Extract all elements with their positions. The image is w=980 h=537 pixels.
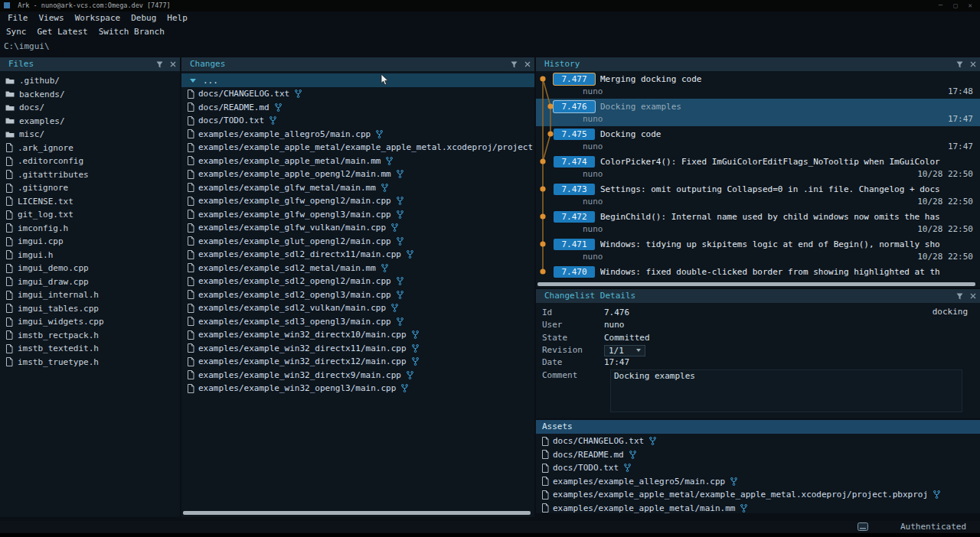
file-tree-item[interactable]: imstb_textedit.h bbox=[0, 342, 180, 356]
changed-file-row[interactable]: examples/example_sdl3_opengl3/main.cpp bbox=[181, 315, 534, 329]
menu-views[interactable]: Views bbox=[39, 13, 64, 23]
collapse-arrow-icon[interactable] bbox=[190, 79, 196, 83]
changed-file-row[interactable]: examples/example_apple_metal/main.mm bbox=[181, 155, 534, 168]
changes-root-row[interactable]: ... bbox=[181, 73, 534, 87]
file-tree-item[interactable]: docs/ bbox=[0, 101, 180, 115]
changeset-row[interactable]: 7.472BeginChild(): Internal name used by… bbox=[536, 209, 980, 236]
horizontal-scrollbar[interactable] bbox=[537, 282, 975, 286]
horizontal-scrollbar[interactable] bbox=[183, 511, 531, 515]
file-tree-item[interactable]: imstb_truetype.h bbox=[0, 356, 180, 369]
filter-icon[interactable] bbox=[956, 61, 963, 68]
menu-debug[interactable]: Debug bbox=[131, 13, 156, 23]
changed-file-row[interactable]: docs/CHANGELOG.txt bbox=[181, 87, 534, 101]
file-tree-item[interactable]: imgui_demo.cpp bbox=[0, 262, 180, 275]
asset-row[interactable]: examples/example_allegro5/main.cpp bbox=[536, 475, 980, 489]
changed-file-row[interactable]: examples/example_sdl2_metal/main.mm bbox=[181, 262, 534, 275]
changed-file-row[interactable]: examples/example_sdl2_opengl3/main.cpp bbox=[181, 288, 534, 302]
asset-row[interactable]: examples/example_apple_metal/main.mm bbox=[536, 502, 980, 514]
toolbar-get-latest[interactable]: Get Latest bbox=[38, 27, 88, 37]
file-tree-item[interactable]: .ark_ignore bbox=[0, 142, 180, 155]
file-tree-item[interactable]: .editorconfig bbox=[0, 155, 180, 168]
minimize-icon[interactable]: ─ bbox=[939, 0, 942, 11]
changed-file-row[interactable]: examples/example_sdl2_opengl2/main.cpp bbox=[181, 275, 534, 288]
changed-file-row[interactable]: docs/TODO.txt bbox=[181, 114, 534, 128]
file-tree-item[interactable]: .gitignore bbox=[0, 181, 180, 195]
changed-file-row[interactable]: examples/example_glfw_vulkan/main.cpp bbox=[181, 221, 534, 235]
file-tree-item[interactable]: .github/ bbox=[0, 74, 180, 88]
filter-icon[interactable] bbox=[956, 293, 963, 300]
filter-icon[interactable] bbox=[511, 61, 518, 68]
file-name: imgui_demo.cpp bbox=[18, 263, 89, 273]
changed-file-row[interactable]: examples/example_apple_opengl2/main.mm bbox=[181, 168, 534, 181]
file-tree-item[interactable]: git_log.txt bbox=[0, 208, 180, 222]
revision-dropdown[interactable]: 1/1 bbox=[604, 345, 645, 356]
changed-file-row[interactable]: examples/example_win32_directx12/main.cp… bbox=[181, 355, 534, 369]
file-tree-item[interactable]: imgui.h bbox=[0, 249, 180, 262]
changeset-row[interactable]: 7.471Windows: tidying up skipitems logic… bbox=[536, 236, 980, 264]
file-tree-item[interactable]: imgui.cpp bbox=[0, 235, 180, 249]
branch-fork-icon bbox=[407, 250, 413, 259]
file-tree-item[interactable]: examples/ bbox=[0, 115, 180, 129]
file-tree-item[interactable]: imgui_draw.cpp bbox=[0, 275, 180, 289]
branch-fork-icon bbox=[397, 317, 403, 326]
file-tree-item[interactable]: imconfig.h bbox=[0, 222, 180, 236]
changed-file-row[interactable]: examples/example_allegro5/main.cpp bbox=[181, 128, 534, 142]
menu-workspace[interactable]: Workspace bbox=[75, 13, 121, 23]
file-icon bbox=[5, 291, 13, 300]
menu-file[interactable]: File bbox=[8, 13, 28, 23]
file-tree-item[interactable]: imstb_rectpack.h bbox=[0, 329, 180, 343]
changeset-row[interactable]: 7.477Merging docking codenuno17:48 bbox=[536, 71, 980, 99]
changed-file-row[interactable]: examples/example_apple_metal/example_app… bbox=[181, 141, 534, 155]
changeset-row[interactable]: 7.470Windows: fixed double-clicked borde… bbox=[536, 264, 980, 282]
changed-file-row[interactable]: examples/example_glut_opengl2/main.cpp bbox=[181, 235, 534, 249]
detail-value: Committed bbox=[604, 332, 650, 344]
asset-row[interactable]: docs/TODO.txt bbox=[536, 461, 980, 475]
close-panel-icon[interactable] bbox=[524, 61, 531, 67]
changed-file-row[interactable]: examples/example_glfw_opengl3/main.cpp bbox=[181, 208, 534, 222]
asset-row[interactable]: docs/CHANGELOG.txt bbox=[536, 434, 980, 448]
asset-row[interactable]: docs/README.md bbox=[536, 448, 980, 462]
file-tree-item[interactable]: imgui_internal.h bbox=[0, 288, 180, 302]
asset-row[interactable]: examples/example_apple_metal/example_app… bbox=[536, 488, 980, 502]
toolbar-switch-branch[interactable]: Switch Branch bbox=[99, 27, 165, 37]
changelist-details-panel: Changelist Details docking Id7.476Usernu… bbox=[536, 289, 980, 418]
toolbar-sync[interactable]: Sync bbox=[6, 27, 27, 37]
changed-file-row[interactable]: examples/example_glfw_opengl2/main.cpp bbox=[181, 194, 534, 208]
branch-fork-icon bbox=[376, 130, 383, 138]
changeset-row[interactable]: 7.476Docking examplesnuno17:47 bbox=[536, 99, 980, 126]
branch-fork-icon bbox=[407, 371, 413, 379]
changed-file-row[interactable]: examples/example_sdl2_directx11/main.cpp bbox=[181, 248, 534, 262]
changed-file-row[interactable]: examples/example_win32_opengl3/main.cpp bbox=[181, 382, 534, 395]
folder-icon bbox=[5, 77, 15, 85]
file-icon bbox=[5, 197, 13, 206]
file-tree-item[interactable]: LICENSE.txt bbox=[0, 195, 180, 209]
menu-help[interactable]: Help bbox=[167, 13, 188, 23]
details-panel-title: Changelist Details bbox=[544, 291, 635, 301]
close-panel-icon[interactable] bbox=[970, 293, 976, 299]
changeset-row[interactable]: 7.473Settings: omit outputing Collapsed=… bbox=[536, 181, 980, 209]
filter-icon[interactable] bbox=[156, 61, 163, 68]
file-tree-item[interactable]: .gitattributes bbox=[0, 168, 180, 182]
file-tree-item[interactable]: imgui_tables.cpp bbox=[0, 302, 180, 316]
close-panel-icon[interactable] bbox=[970, 61, 976, 67]
file-tree-item[interactable]: misc/ bbox=[0, 128, 180, 142]
close-window-icon[interactable]: ✕ bbox=[969, 0, 972, 11]
changed-file-row[interactable]: examples/example_win32_directx9/main.cpp bbox=[181, 369, 534, 382]
file-name: LICENSE.txt bbox=[18, 197, 74, 207]
changed-file-row[interactable]: examples/example_win32_directx11/main.cp… bbox=[181, 342, 534, 356]
file-icon bbox=[5, 250, 13, 259]
maximize-icon[interactable]: ▢ bbox=[953, 0, 957, 11]
file-tree-item[interactable]: backends/ bbox=[0, 88, 180, 102]
file-icon bbox=[5, 304, 13, 313]
detail-value: nuno bbox=[604, 319, 625, 331]
changed-file-row[interactable]: examples/example_sdl2_vulkan/main.cpp bbox=[181, 301, 534, 315]
file-icon bbox=[5, 184, 13, 193]
changed-file-row[interactable]: examples/example_glfw_metal/main.mm bbox=[181, 181, 534, 195]
changed-file-row[interactable]: examples/example_win32_directx10/main.cp… bbox=[181, 328, 534, 342]
file-tree-item[interactable]: imgui_widgets.cpp bbox=[0, 315, 180, 329]
folder-icon bbox=[5, 104, 15, 112]
close-panel-icon[interactable] bbox=[170, 61, 176, 67]
changeset-row[interactable]: 7.474ColorPicker4(): Fixed ImGuiColorEdi… bbox=[536, 154, 980, 181]
changeset-row[interactable]: 7.475Docking codenuno17:47 bbox=[536, 126, 980, 154]
changed-file-row[interactable]: docs/README.md bbox=[181, 101, 534, 115]
